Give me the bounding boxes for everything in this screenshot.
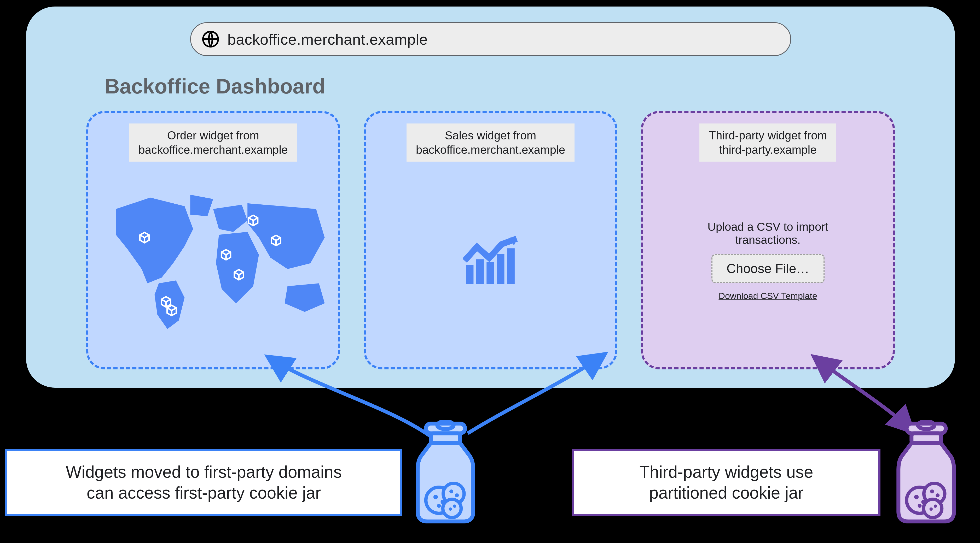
download-csv-template-link[interactable]: Download CSV Template: [719, 291, 817, 301]
svg-point-17: [449, 489, 453, 494]
svg-point-32: [929, 508, 933, 511]
svg-point-16: [437, 504, 441, 508]
svg-point-14: [433, 495, 438, 499]
first-party-caption: Widgets moved to first-party domains can…: [5, 449, 402, 516]
svg-rect-3: [476, 259, 484, 284]
svg-rect-2: [466, 265, 473, 284]
url-bar[interactable]: backoffice.merchant.example: [190, 22, 791, 56]
svg-rect-4: [487, 262, 494, 284]
sales-widget: Sales widget from backoffice.merchant.ex…: [364, 111, 617, 369]
bar-chart-icon: [452, 162, 530, 359]
third-party-widget: Third-party widget from third-party.exam…: [641, 111, 895, 369]
order-widget-label: Order widget from backoffice.merchant.ex…: [129, 124, 297, 162]
upload-prompt: Upload a CSV to import transactions.: [708, 220, 828, 246]
svg-point-33: [934, 505, 937, 508]
first-party-cookie-jar-icon: [413, 420, 478, 526]
svg-rect-5: [497, 254, 504, 284]
order-widget: Order widget from backoffice.merchant.ex…: [86, 111, 340, 369]
choose-file-button[interactable]: Choose File…: [711, 254, 824, 283]
browser-window: backoffice.merchant.example Backoffice D…: [24, 4, 958, 390]
svg-rect-6: [507, 248, 515, 284]
url-text: backoffice.merchant.example: [228, 30, 428, 48]
svg-point-29: [918, 504, 922, 508]
svg-point-19: [449, 508, 452, 511]
third-party-widget-label: Third-party widget from third-party.exam…: [699, 124, 836, 162]
third-party-caption: Third-party widgets use partitioned cook…: [572, 449, 880, 516]
svg-point-18: [455, 494, 459, 497]
svg-point-27: [914, 495, 919, 499]
sales-widget-label: Sales widget from backoffice.merchant.ex…: [407, 124, 574, 162]
world-map-icon: [99, 162, 328, 359]
svg-point-30: [930, 489, 934, 494]
globe-icon: [201, 30, 220, 48]
widgets-row: Order widget from backoffice.merchant.ex…: [86, 111, 895, 369]
page-title: Backoffice Dashboard: [105, 75, 325, 98]
svg-point-31: [935, 494, 940, 497]
svg-point-13: [443, 499, 461, 518]
svg-point-28: [921, 500, 926, 504]
svg-point-15: [441, 500, 445, 504]
svg-point-26: [924, 499, 942, 518]
svg-point-20: [453, 505, 457, 508]
partitioned-cookie-jar-icon: [894, 420, 959, 526]
